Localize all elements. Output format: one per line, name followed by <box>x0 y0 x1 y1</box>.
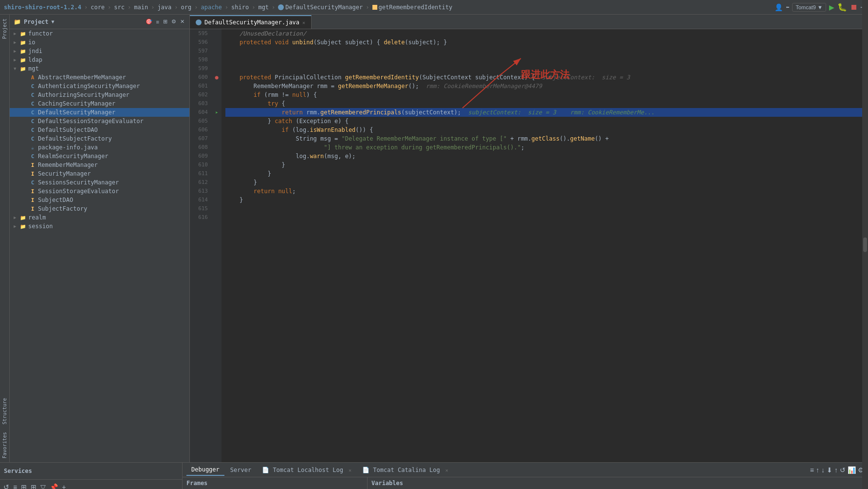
breadcrumb-method[interactable]: getRememberedIdentity <box>379 4 453 11</box>
debug-button[interactable]: 🐛 <box>837 2 847 12</box>
side-labels: Project Structure Favorites <box>0 15 10 462</box>
tree-DefaultSecurityManager[interactable]: C DefaultSecurityManager <box>10 108 189 117</box>
favorites-label[interactable]: Favorites <box>1 428 8 462</box>
debug-toolbar-up[interactable]: ↑ <box>816 466 819 474</box>
breadcrumb-root[interactable]: shiro-shiro-root-1.2.4 <box>4 4 81 11</box>
tree-mgt[interactable]: ▼ 📁 mgt <box>10 64 189 73</box>
code-line-604: return rmm.getRememberedPrincipals(subje… <box>225 108 864 117</box>
tree-DefaultSubjectFactory[interactable]: C DefaultSubjectFactory <box>10 134 189 143</box>
tree-SubjectDAO[interactable]: I SubjectDAO <box>10 196 189 204</box>
tree-AuthorizingSecurityManager[interactable]: C AuthorizingSecurityManager <box>10 91 189 99</box>
settings-btn[interactable]: ⚙ <box>170 18 177 26</box>
debug-toolbar-down[interactable]: ↓ <box>821 466 825 474</box>
tomcat-localhost-close[interactable]: ✕ <box>349 468 351 473</box>
tree-RememberMeManager[interactable]: I RememberMeManager <box>10 161 189 169</box>
code-line-614: } <box>225 196 864 204</box>
tree-CachingSecurityManager[interactable]: C CachingSecurityManager <box>10 99 189 108</box>
tomcat-catalina-close[interactable]: ✕ <box>445 468 448 473</box>
breadcrumb-java[interactable]: java <box>157 4 171 11</box>
svc-add-btn[interactable]: + <box>60 482 67 489</box>
code-lines[interactable]: /UnusedDeclaration/ protected void unbin… <box>222 29 868 462</box>
code-line-611: } <box>225 169 864 178</box>
run-button[interactable]: ▶ <box>829 2 834 12</box>
services-toolbar: ↺ ≡ ⊞ ⊞ ▽ 📌 + <box>0 480 182 489</box>
locate-btn[interactable]: 🎯 <box>145 18 153 26</box>
run-config-dropdown[interactable]: Tomcat9 ▼ <box>792 3 826 12</box>
gutter: ● ➤ <box>212 29 222 462</box>
svc-group-btn[interactable]: ⊞ <box>29 482 38 489</box>
tree-SubjectFactory[interactable]: I SubjectFactory <box>10 204 189 213</box>
debug-toolbar-resume[interactable]: ⬇ <box>827 466 832 474</box>
breadcrumb-mgt[interactable]: mgt <box>258 4 269 11</box>
breadcrumb-apache[interactable]: apache <box>201 4 222 11</box>
vars-label: Variables <box>371 480 403 487</box>
tree-DefaultSubjectDAO[interactable]: C DefaultSubjectDAO <box>10 126 189 134</box>
breadcrumb-core[interactable]: core <box>91 4 105 11</box>
tree-SessionStorageEvaluator[interactable]: I SessionStorageEvaluator <box>10 187 189 196</box>
structure-label[interactable]: Structure <box>1 394 8 428</box>
breadcrumb-class[interactable]: DefaultSecurityManager <box>285 4 363 11</box>
bottom-content: Services ↺ ≡ ⊞ ⊞ ▽ 📌 + ▼ 🖥 Tomcat Server… <box>0 463 868 489</box>
tree-io[interactable]: ▶ 📁 io <box>10 38 189 47</box>
debug-toolbar-step[interactable]: ↺ <box>840 466 846 474</box>
tab-class-icon <box>196 19 202 25</box>
profile-icon[interactable]: 👤 <box>775 3 783 11</box>
expand-btn[interactable]: ⊞ <box>162 18 168 26</box>
breadcrumb-shiro[interactable]: shiro <box>231 4 249 11</box>
debugger-content: Frames ✓ *http-nio-8090-e…p *main*: RUNN… <box>183 477 868 489</box>
code-line-610: } <box>225 161 864 169</box>
vars-header: Variables <box>368 477 868 489</box>
code-line-601: RememberMeManager rmm = getRememberMeMan… <box>225 82 864 91</box>
run-config-label: Tomcat9 <box>795 4 816 10</box>
tree-realm[interactable]: ▶ 📁 realm <box>10 213 189 222</box>
tree-package-info[interactable]: ☕ package-info.java <box>10 143 189 152</box>
svc-collapse-btn[interactable]: ≡ <box>12 482 18 489</box>
code-line-599 <box>225 64 864 73</box>
code-line-608: "] threw an exception during getRemember… <box>225 143 864 152</box>
tab-label: DefaultSecurityManager.java <box>204 19 299 26</box>
scrollbar[interactable] <box>862 477 868 489</box>
debug-toolbar-menu[interactable]: ≡ <box>810 466 814 474</box>
dropdown-arrow[interactable]: ▼ <box>52 19 55 24</box>
tab-debugger[interactable]: Debugger <box>186 464 224 476</box>
project-sidebar: 📁 Project ▼ 🎯 ≡ ⊞ ⚙ ✕ ▶ 📁 functor ▶ 📁 io <box>10 15 190 462</box>
tab-tomcat-localhost-log[interactable]: 📄 Tomcat Localhost Log ✕ <box>257 465 356 475</box>
debug-toolbar-eval[interactable]: 📊 <box>848 466 856 474</box>
project-label[interactable]: Project <box>1 15 8 43</box>
tree-AuthenticatingSecurityManager[interactable]: C AuthenticatingSecurityManager <box>10 82 189 91</box>
breadcrumb-src[interactable]: src <box>114 4 125 11</box>
tree-AbstractRememberMeManager[interactable]: A AbstractRememberMeManager <box>10 73 189 82</box>
code-line-597 <box>225 47 864 55</box>
tree-jndi[interactable]: ▶ 📁 jndi <box>10 47 189 55</box>
tab-tomcat-catalina-log[interactable]: 📄 Tomcat Catalina Log ✕ <box>357 465 453 475</box>
collapse-btn[interactable]: ≡ <box>155 18 160 26</box>
close-btn[interactable]: ✕ <box>179 18 185 26</box>
nav-icon[interactable]: ⬅ <box>786 4 789 11</box>
services-title: Services <box>4 468 32 474</box>
svc-filter-btn[interactable]: ▽ <box>39 482 47 489</box>
breadcrumb-main[interactable]: main <box>134 4 148 11</box>
svc-refresh-btn[interactable]: ↺ <box>2 482 11 489</box>
sidebar-tools: 🎯 ≡ ⊞ ⚙ ✕ <box>145 18 185 26</box>
sidebar-title: Project <box>24 18 49 25</box>
editor-tab-defaultsecuritymanager[interactable]: DefaultSecurityManager.java ✕ <box>190 15 312 29</box>
svc-pin-btn[interactable]: 📌 <box>48 482 59 489</box>
tree-SecurityManager[interactable]: I SecurityManager <box>10 169 189 178</box>
code-line-598 <box>225 55 864 64</box>
services-header: Services <box>0 463 182 480</box>
debug-toolbar-pause[interactable]: ↑ <box>834 466 838 474</box>
stop-button[interactable]: ⏹ <box>850 2 858 12</box>
tree-session[interactable]: ▶ 📁 session <box>10 222 189 231</box>
tree-functor[interactable]: ▶ 📁 functor <box>10 29 189 38</box>
tree-SessionsSecurityManager[interactable]: C SessionsSecurityManager <box>10 178 189 187</box>
tab-server[interactable]: Server <box>225 465 256 475</box>
tab-close-btn[interactable]: ✕ <box>302 20 305 25</box>
code-line-615 <box>225 204 864 213</box>
tree-DefaultSessionStorageEvaluator[interactable]: C DefaultSessionStorageEvaluator <box>10 117 189 126</box>
debugger-panel: Debugger Server 📄 Tomcat Localhost Log ✕… <box>183 463 868 489</box>
tree-RealmSecurityManager[interactable]: C RealmSecurityManager <box>10 152 189 161</box>
tree-ldap[interactable]: ▶ 📁 ldap <box>10 55 189 64</box>
breadcrumb-org[interactable]: org <box>181 4 192 11</box>
code-line-595: /UnusedDeclaration/ <box>225 29 864 38</box>
svc-expand-btn[interactable]: ⊞ <box>19 482 28 489</box>
